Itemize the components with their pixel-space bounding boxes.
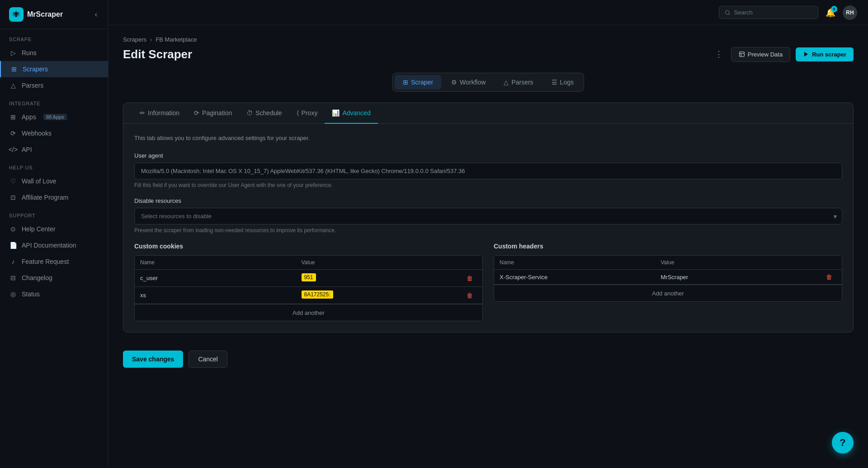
runs-icon: ▷ — [9, 49, 17, 57]
sidebar-section-integrate: Integrate — [0, 94, 108, 109]
search-bar[interactable] — [719, 6, 818, 19]
preview-data-label: Preview Data — [748, 51, 783, 58]
more-options-button[interactable]: ⋮ — [712, 47, 726, 62]
sidebar-item-apps[interactable]: ⊞ Apps 88 Apps — [0, 109, 108, 125]
status-icon: ◎ — [9, 290, 17, 298]
sidebar-item-help-center[interactable]: ⊙ Help Center — [0, 221, 108, 237]
sidebar-item-api-docs-label: API Documentation — [22, 242, 76, 249]
sidebar-logo: 🕷 MrScraper ‹ — [0, 0, 108, 29]
notification-button[interactable]: 🔔 0 — [826, 8, 835, 18]
breadcrumb-scrapers[interactable]: Scrapers — [123, 36, 146, 43]
sidebar-item-api-docs[interactable]: 📄 API Documentation — [0, 237, 108, 253]
cookie-row-2-delete-button[interactable]: 🗑 — [462, 292, 477, 299]
inner-tab-schedule[interactable]: ⏱ Schedule — [239, 103, 289, 124]
sidebar-item-feature-request-label: Feature Request — [22, 258, 69, 265]
sidebar-item-feature-request[interactable]: ♪ Feature Request — [0, 253, 108, 270]
cookie-row-2-value: 8A172525: — [302, 290, 463, 300]
headers-col-name: Name — [500, 259, 661, 266]
topbar: 🔔 0 RH — [108, 0, 868, 25]
sidebar-item-scrapers[interactable]: ⊞ Scrapers — [0, 61, 108, 77]
scraper-tab-icon: ⊞ — [403, 79, 408, 86]
wall-of-love-icon: ♡ — [9, 177, 17, 185]
page-header: Edit Scraper ⋮ Preview Data Run scraper — [123, 47, 854, 62]
svg-marker-3 — [804, 52, 808, 57]
sidebar-item-status[interactable]: ◎ Status — [0, 286, 108, 302]
sidebar-item-affiliate[interactable]: ⊡ Affiliate Program — [0, 189, 108, 206]
cancel-button[interactable]: Cancel — [189, 351, 227, 368]
disable-resources-label: Disable resources — [134, 197, 842, 204]
proxy-tab-label: Proxy — [302, 109, 318, 117]
tab-scraper[interactable]: ⊞ Scraper — [395, 75, 441, 89]
custom-cookies-title: Custom cookies — [134, 243, 483, 250]
main-content: 🔔 0 RH Scrapers › FB Marketplace Edit Sc… — [108, 0, 868, 468]
pagination-tab-icon: ⟳ — [194, 109, 199, 117]
custom-headers-title: Custom headers — [494, 243, 842, 250]
help-center-icon: ⊙ — [9, 225, 17, 233]
disable-resources-hint: Prevent the scraper from loading non-nee… — [134, 227, 842, 234]
headers-table-header: Name Value — [494, 256, 842, 270]
headers-add-another-button[interactable]: Add another — [652, 290, 684, 297]
avatar[interactable]: RH — [843, 5, 857, 20]
cookie-row-1-value-highlight: 951 — [302, 273, 316, 281]
proxy-tab-icon: ⟨ — [297, 109, 299, 117]
schedule-tab-label: Schedule — [255, 109, 282, 117]
api-icon: </> — [9, 145, 17, 154]
tab-logs[interactable]: ☰ Logs — [543, 75, 582, 89]
cookies-add-another-button[interactable]: Add another — [292, 309, 325, 316]
sidebar-item-api[interactable]: </> API — [0, 141, 108, 158]
cookies-col-name: Name — [140, 259, 302, 266]
custom-cookies-table: Name Value c_user 951 🗑 — [134, 255, 483, 321]
sidebar-section-support: Support — [0, 206, 108, 221]
inner-tab-pagination[interactable]: ⟳ Pagination — [187, 103, 239, 124]
cookie-row-1-delete-button[interactable]: 🗑 — [462, 275, 477, 282]
logo-text: MrScraper — [27, 10, 63, 19]
logs-tab-icon: ☰ — [552, 79, 557, 86]
sidebar: 🕷 MrScraper ‹ Scrape ▷ Runs ⊞ Scrapers △… — [0, 0, 108, 468]
tab-parsers[interactable]: △ Parsers — [495, 75, 541, 89]
search-input[interactable] — [734, 9, 812, 16]
apps-icon: ⊞ — [9, 113, 17, 121]
tab-workflow[interactable]: ⚙ Workflow — [443, 75, 494, 89]
inner-tab-advanced[interactable]: 📊 Advanced — [325, 103, 377, 124]
user-agent-label: User agent — [134, 152, 842, 159]
run-icon — [803, 51, 809, 57]
svg-rect-2 — [740, 52, 745, 57]
cookies-add-row: Add another — [135, 304, 482, 321]
sidebar-item-parsers[interactable]: △ Parsers — [0, 77, 108, 94]
run-scraper-button[interactable]: Run scraper — [796, 47, 854, 61]
feature-request-icon: ♪ — [9, 257, 17, 266]
disable-resources-select[interactable]: Select resources to disable — [134, 208, 842, 225]
apps-badge: 88 Apps — [43, 114, 67, 120]
user-agent-group: User agent Fill this field if you want t… — [134, 152, 842, 188]
cookies-headers-section: Custom cookies Name Value c_user 951 — [134, 243, 842, 321]
breadcrumb-separator: › — [150, 36, 152, 43]
affiliate-icon: ⊡ — [9, 193, 17, 201]
cookie-row-1-value: 951 — [302, 273, 463, 283]
cookies-table-header: Name Value — [135, 256, 482, 270]
sidebar-item-changelog-label: Changelog — [22, 274, 52, 281]
inner-tab-proxy[interactable]: ⟨ Proxy — [289, 103, 325, 124]
sidebar-item-runs[interactable]: ▷ Runs — [0, 45, 108, 61]
cookie-row-1-name: c_user — [140, 275, 302, 281]
cookie-row-2-name: xs — [140, 292, 302, 299]
table-row: c_user 951 🗑 — [135, 270, 482, 287]
preview-data-button[interactable]: Preview Data — [731, 47, 790, 62]
header-row-1-delete-button[interactable]: 🗑 — [822, 273, 836, 281]
inner-tab-information[interactable]: ✏ Information — [132, 103, 187, 124]
information-tab-label: Information — [148, 109, 179, 117]
preview-icon — [739, 51, 745, 57]
page-footer: Save changes Cancel — [123, 343, 854, 375]
topbar-icons: 🔔 0 RH — [826, 5, 857, 20]
webhooks-icon: ⟳ — [9, 129, 17, 137]
page-title: Edit Scraper — [123, 47, 192, 61]
sidebar-section-help-us: Help Us — [0, 158, 108, 173]
parsers-tab-icon: △ — [504, 79, 509, 86]
page-header-actions: ⋮ Preview Data Run scraper — [712, 47, 854, 62]
user-agent-input[interactable] — [134, 163, 842, 179]
sidebar-item-changelog[interactable]: ⊟ Changelog — [0, 270, 108, 286]
save-changes-button[interactable]: Save changes — [123, 351, 183, 368]
sidebar-collapse-button[interactable]: ‹ — [93, 9, 99, 20]
sidebar-item-wall-of-love[interactable]: ♡ Wall of Love — [0, 173, 108, 189]
sidebar-item-webhooks[interactable]: ⟳ Webhooks — [0, 125, 108, 141]
help-fab-button[interactable]: ? — [832, 432, 854, 454]
